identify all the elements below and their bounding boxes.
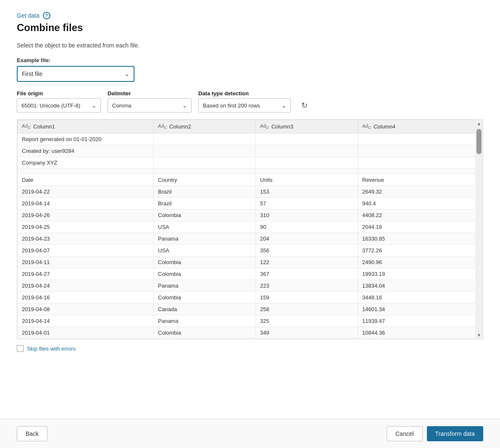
cell-col2: Brazil — [154, 186, 256, 198]
cell-col3: 325 — [256, 315, 358, 327]
transform-data-button[interactable]: Transform data — [427, 426, 483, 441]
data-table: AǒC Column1 AǒC Column2 — [17, 120, 483, 339]
col1-type-icon: AǒC — [22, 123, 31, 130]
col2-type-icon: AǒC — [158, 123, 167, 130]
data-type-value: Based on first 200 rows — [203, 102, 260, 109]
cell-col2: Panama — [154, 233, 256, 245]
cell-col3: 90 — [256, 221, 358, 233]
col3-header: Column3 — [271, 123, 293, 130]
back-button[interactable]: Back — [17, 426, 47, 441]
table-row: 2019-04-14Brazil57940.4 — [18, 198, 483, 210]
chevron-down-icon: ⌄ — [92, 102, 96, 109]
cell-col3: 122 — [256, 257, 358, 268]
cell-col4: 14601.34 — [358, 304, 483, 315]
cell-col1: 2019-04-25 — [18, 221, 154, 233]
cell-col3 — [256, 145, 358, 157]
table-row: 2019-04-24Panama22313834.04 — [18, 280, 483, 292]
cell-col4: Revenue — [358, 174, 483, 186]
col1-header: Column1 — [33, 123, 55, 130]
cell-col4: 2490.96 — [358, 257, 483, 268]
cancel-button[interactable]: Cancel — [387, 426, 423, 441]
cell-col3: 349 — [256, 327, 358, 339]
delimiter-dropdown[interactable]: Comma ⌄ — [108, 98, 192, 113]
cell-col4 — [358, 134, 483, 145]
cell-col1 — [18, 169, 154, 174]
col3-type-icon: AǒC — [260, 123, 269, 130]
chevron-down-icon: ⌄ — [182, 102, 187, 109]
data-type-label: Data type detection — [198, 90, 291, 97]
cell-col1: Created by: user9284 — [18, 145, 154, 157]
scroll-thumb[interactable] — [476, 129, 482, 154]
cell-col1: 2019-04-01 — [18, 327, 154, 339]
chevron-down-icon: ⌄ — [282, 102, 286, 109]
cell-col1: 2019-04-08 — [18, 304, 154, 315]
table-row: 2019-04-22Brazil1532649.32 — [18, 186, 483, 198]
cell-col4: 940.4 — [358, 198, 483, 210]
cell-col4 — [358, 157, 483, 169]
cell-col3: 153 — [256, 186, 358, 198]
skip-files-label: Skip files with errors — [27, 346, 76, 352]
cell-col3 — [256, 169, 358, 174]
example-file-label: Example file: — [17, 57, 483, 63]
cell-col2: Canada — [154, 304, 256, 315]
get-data-link[interactable]: Get data — [17, 12, 39, 19]
cell-col4: 11939.47 — [358, 315, 483, 327]
table-row — [18, 169, 483, 174]
cell-col1: 2019-04-14 — [18, 315, 154, 327]
cell-col2: Panama — [154, 280, 256, 292]
cell-col4: 3448.16 — [358, 292, 483, 304]
cell-col4: 19933.19 — [358, 268, 483, 280]
cell-col3: 223 — [256, 280, 358, 292]
cell-col4: 13834.04 — [358, 280, 483, 292]
cell-col2 — [154, 134, 256, 145]
cell-col2 — [154, 169, 256, 174]
file-origin-label: File origin — [17, 90, 101, 97]
cell-col2: Brazil — [154, 198, 256, 210]
cell-col2 — [154, 145, 256, 157]
table-row: 2019-04-14Panama32511939.47 — [18, 315, 483, 327]
cell-col3: 258 — [256, 304, 358, 315]
example-file-dropdown[interactable]: First file ⌄ — [17, 66, 134, 82]
cell-col1: Company XYZ — [18, 157, 154, 169]
table-scrollbar[interactable]: ▲ ▼ — [475, 120, 483, 339]
table-row: 2019-04-01Colombia34910844.36 — [18, 327, 483, 339]
cell-col2: Colombia — [154, 292, 256, 304]
cell-col1: 2019-04-11 — [18, 257, 154, 268]
table-row: 2019-04-27Colombia36719933.19 — [18, 268, 483, 280]
file-origin-dropdown[interactable]: 65001: Unicode (UTF-8) ⌄ — [17, 98, 101, 113]
cell-col2: USA — [154, 245, 256, 257]
subtitle: Select the object to be extracted from e… — [17, 42, 483, 49]
scroll-up-arrow[interactable]: ▲ — [475, 120, 483, 127]
col4-header: Column4 — [374, 123, 395, 130]
cell-col2: USA — [154, 221, 256, 233]
cell-col3: 367 — [256, 268, 358, 280]
file-origin-value: 65001: Unicode (UTF-8) — [21, 102, 80, 109]
cell-col1: 2019-04-26 — [18, 210, 154, 221]
refresh-button[interactable]: ↻ — [297, 99, 311, 112]
scroll-down-arrow[interactable]: ▼ — [475, 331, 483, 339]
cell-col4: 4408.22 — [358, 210, 483, 221]
cell-col2: Colombia — [154, 210, 256, 221]
cell-col4 — [358, 169, 483, 174]
delimiter-value: Comma — [112, 102, 132, 109]
cell-col3: Units — [256, 174, 358, 186]
col4-type-icon: AǒC — [362, 123, 371, 130]
cell-col2 — [154, 157, 256, 169]
data-type-dropdown[interactable]: Based on first 200 rows ⌄ — [198, 98, 291, 113]
delimiter-label: Delimiter — [108, 90, 192, 97]
table-row: Created by: user9284 — [18, 145, 483, 157]
cell-col1: 2019-04-23 — [18, 233, 154, 245]
cell-col1: 2019-04-14 — [18, 198, 154, 210]
cell-col4: 16330.85 — [358, 233, 483, 245]
cell-col4: 10844.36 — [358, 327, 483, 339]
cell-col1: Date — [18, 174, 154, 186]
cell-col2: Colombia — [154, 268, 256, 280]
table-row: 2019-04-26Colombia3104408.22 — [18, 210, 483, 221]
skip-files-checkbox[interactable] — [17, 345, 24, 352]
cell-col4 — [358, 145, 483, 157]
cell-col1: Report generated on 01-01-2020 — [18, 134, 154, 145]
help-icon[interactable]: ? — [43, 12, 50, 19]
cell-col2: Colombia — [154, 257, 256, 268]
example-file-value: First file — [22, 71, 42, 77]
table-row: 2019-04-25USA902044.18 — [18, 221, 483, 233]
